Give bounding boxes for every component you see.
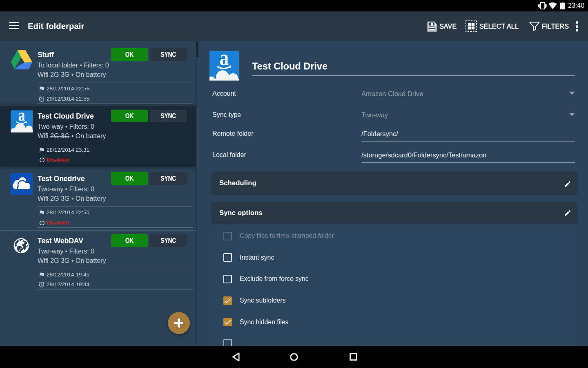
svg-text:a: a xyxy=(220,51,229,70)
svg-text:a: a xyxy=(18,110,25,124)
